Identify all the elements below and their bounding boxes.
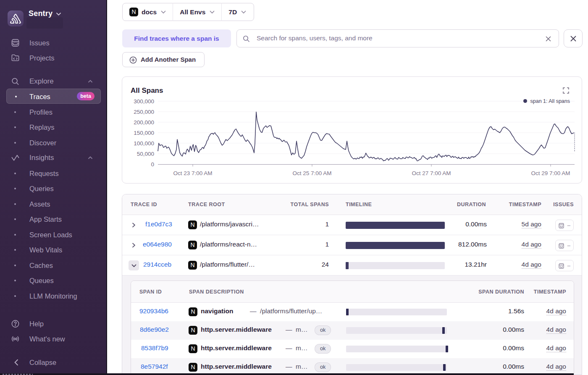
svg-text:Oct 23 7:00 AM: Oct 23 7:00 AM <box>173 170 212 176</box>
svg-text:150,000: 150,000 <box>134 130 154 136</box>
svg-text:50,000: 50,000 <box>137 151 154 157</box>
svg-text:100,000: 100,000 <box>134 140 154 147</box>
svg-text:Oct 29 7:00 AM: Oct 29 7:00 AM <box>531 170 570 176</box>
svg-text:300,000: 300,000 <box>134 98 154 105</box>
svg-text:0: 0 <box>151 161 154 168</box>
svg-text:Oct 25 7:00 AM: Oct 25 7:00 AM <box>292 170 331 176</box>
svg-text:200,000: 200,000 <box>134 119 154 126</box>
svg-text:250,000: 250,000 <box>134 109 154 115</box>
svg-text:Oct 27 7:00 AM: Oct 27 7:00 AM <box>412 170 451 176</box>
